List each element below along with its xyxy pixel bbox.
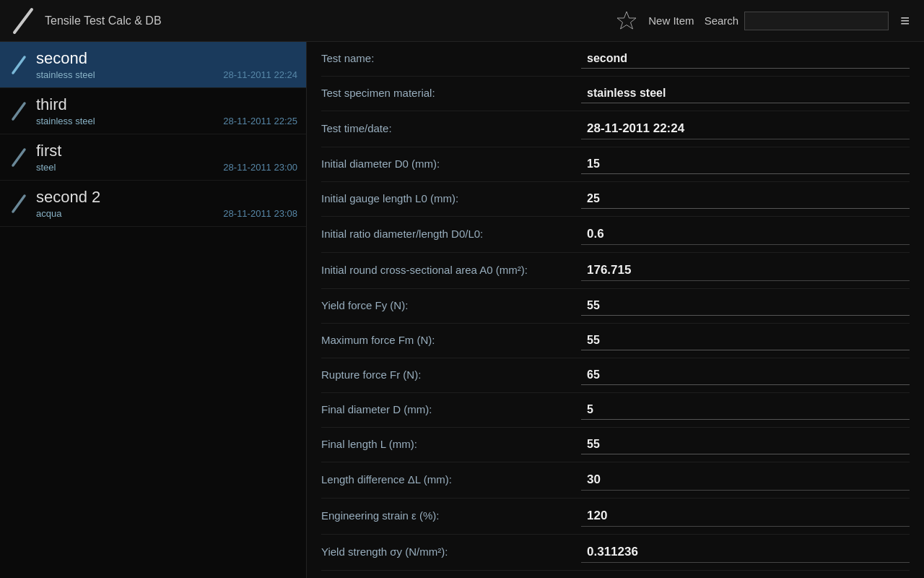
field-label: Test specimen material: [321, 87, 581, 99]
field-row: Initial diameter D0 (mm):15 [321, 147, 910, 182]
field-value[interactable]: 65 [581, 366, 910, 385]
sidebar-item-second[interactable]: secondstainless steel28-11-2011 22:24 [0, 42, 306, 88]
field-label: Initial ratio diameter/length D0/L0: [321, 228, 581, 240]
app-logo-icon [9, 7, 38, 35]
field-row: Test specimen material:stainless steel [321, 77, 910, 111]
svg-line-3 [13, 103, 25, 119]
field-value[interactable]: second [581, 49, 910, 69]
field-value: 28-11-2011 22:24 [581, 118, 910, 139]
hamburger-menu-icon[interactable]: ≡ [894, 9, 915, 33]
app-title: Tensile Test Calc & DB [45, 14, 615, 27]
star-icon[interactable] [615, 9, 638, 33]
field-row: Engineering strain ε (%):120 [321, 499, 910, 535]
field-label: Length difference ΔL (mm): [321, 473, 581, 486]
sidebar-item-meta: steel28-11-2011 23:00 [36, 162, 297, 173]
sidebar-item-material: stainless steel [36, 69, 95, 80]
field-label: Maximum force Fm (N): [321, 334, 581, 346]
sidebar-item-second-2[interactable]: second 2acqua28-11-2011 23:08 [0, 181, 306, 227]
sidebar-item-material: acqua [36, 208, 61, 219]
sidebar-item-date: 28-11-2011 23:08 [223, 208, 297, 219]
slash-icon [9, 194, 29, 214]
sidebar-item-info: second 2acqua28-11-2011 23:08 [36, 188, 297, 219]
slash-icon [9, 55, 29, 75]
field-row: Final length L (mm):55 [321, 428, 910, 462]
sidebar-item-first[interactable]: firststeel28-11-2011 23:00 [0, 134, 306, 181]
sidebar-item-third[interactable]: thirdstainless steel28-11-2011 22:25 [0, 88, 306, 134]
sidebar-item-info: firststeel28-11-2011 23:00 [36, 142, 297, 173]
field-value[interactable]: 15 [581, 155, 910, 174]
field-label: Initial round cross-sectional area A0 (m… [321, 264, 581, 276]
search-label: Search [705, 14, 739, 27]
sidebar-item-material: steel [36, 162, 56, 173]
sidebar-item-date: 28-11-2011 22:24 [223, 69, 297, 80]
slash-icon [9, 147, 29, 168]
svg-line-5 [13, 196, 25, 212]
sidebar-item-date: 28-11-2011 23:00 [223, 162, 297, 173]
field-label: Engineering strain ε (%): [321, 509, 581, 522]
field-row: Length difference ΔL (mm):30 [321, 462, 910, 499]
field-value: 176.715 [581, 260, 910, 281]
field-value[interactable]: 25 [581, 189, 910, 209]
field-value: 0.6 [581, 224, 910, 245]
field-value: 120 [581, 506, 910, 527]
sidebar-item-meta: stainless steel28-11-2011 22:25 [36, 116, 297, 126]
field-value[interactable]: 55 [581, 296, 910, 316]
field-label: Initial gauge length L0 (mm): [321, 192, 581, 204]
header-actions: New Item Search ≡ [615, 9, 915, 33]
field-row: Final diameter D (mm):5 [321, 393, 910, 428]
sidebar-item-info: thirdstainless steel28-11-2011 22:25 [36, 95, 297, 126]
sidebar-item-date: 28-11-2011 22:25 [223, 116, 297, 126]
sidebar-item-material: stainless steel [36, 116, 95, 126]
detail-panel: Test name:secondTest specimen material:s… [307, 42, 924, 578]
field-value[interactable]: 5 [581, 400, 910, 420]
main-content: secondstainless steel28-11-2011 22:24thi… [0, 42, 924, 578]
svg-marker-1 [617, 12, 636, 29]
sidebar-item-name: third [36, 95, 297, 114]
field-label: Test time/date: [321, 122, 581, 134]
header: Tensile Test Calc & DB New Item Search ≡ [0, 0, 924, 42]
field-row: Rupture force Fr (N):65 [321, 358, 910, 393]
search-input[interactable] [744, 12, 889, 30]
field-label: Yield force Fy (N): [321, 299, 581, 311]
field-row: Initial round cross-sectional area A0 (m… [321, 253, 910, 289]
sidebar-item-name: second [36, 49, 297, 68]
field-row: Maximum force Fm (N):55 [321, 324, 910, 358]
sidebar-item-name: first [36, 142, 297, 160]
field-label: Test name: [321, 52, 581, 64]
field-row: Yield strength σy (N/mm²):0.311236 [321, 535, 910, 571]
sidebar-item-info: secondstainless steel28-11-2011 22:24 [36, 49, 297, 80]
field-value[interactable]: 55 [581, 435, 910, 454]
field-value[interactable]: 55 [581, 331, 910, 350]
field-row: Yield force Fy (N):55 [321, 289, 910, 324]
field-row: Test name:second [321, 42, 910, 77]
slash-icon [9, 101, 29, 121]
field-label: Rupture force Fr (N): [321, 368, 581, 381]
new-item-button[interactable]: New Item [644, 12, 698, 30]
sidebar-item-name: second 2 [36, 188, 297, 207]
field-row: Test time/date:28-11-2011 22:24 [321, 111, 910, 147]
field-label: Yield strength σy (N/mm²): [321, 545, 581, 558]
field-value: 0.311236 [581, 542, 910, 563]
sidebar-item-meta: acqua28-11-2011 23:08 [36, 208, 297, 219]
field-label: Final length L (mm): [321, 438, 581, 450]
field-row: Initial gauge length L0 (mm):25 [321, 182, 910, 217]
svg-line-2 [13, 57, 25, 73]
field-label: Initial diameter D0 (mm): [321, 158, 581, 170]
sidebar: secondstainless steel28-11-2011 22:24thi… [0, 42, 307, 578]
field-label: Final diameter D (mm): [321, 403, 581, 415]
svg-line-4 [13, 150, 25, 165]
sidebar-item-meta: stainless steel28-11-2011 22:24 [36, 69, 297, 80]
field-row: Initial ratio diameter/length D0/L0:0.6 [321, 217, 910, 253]
field-value[interactable]: stainless steel [581, 84, 910, 103]
field-value: 30 [581, 470, 910, 491]
svg-line-0 [14, 9, 32, 33]
